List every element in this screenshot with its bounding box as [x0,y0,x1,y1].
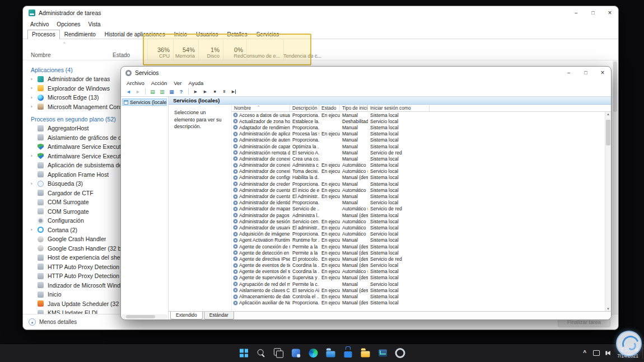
service-row[interactable]: Administrador de conexion... Toma decisi… [232,168,611,175]
toolbar-separator[interactable] [188,88,189,95]
tm-scrollbar-thumb[interactable] [613,62,617,112]
service-column-header[interactable]: Nombre [232,105,290,111]
view-tab[interactable]: Estándar [204,312,234,319]
toolbar-separator[interactable] [145,88,146,95]
hscrollbar-thumb[interactable] [126,315,155,318]
widgets-button[interactable] [289,346,304,360]
services-console-button[interactable] [393,346,408,360]
service-row[interactable]: Agente de supervisión en ti... Supervisa… [232,275,611,281]
service-row[interactable]: Adquisición de imágenes d... Proporciona… [232,231,611,237]
service-row[interactable]: Agente de eventos de tiempo Coordina la … [232,262,611,269]
resume-service-icon[interactable] [201,88,209,95]
start-service-icon[interactable] [192,88,200,95]
tm-menu-item[interactable]: Opciones [53,21,84,27]
store-button[interactable] [341,346,356,360]
service-row[interactable]: Administrador de pagos y ... Administra … [232,212,611,218]
services-vertical-scrollbar[interactable]: ▲ ▼ [605,112,611,311]
scroll-down-arrow-icon[interactable]: ▼ [606,307,610,311]
service-row[interactable]: Almacenamiento de datos ... Controla el … [232,293,611,299]
pause-service-icon[interactable] [220,88,228,95]
service-row[interactable]: Adaptador de rendimiento ... Proporciona… [232,124,611,130]
search-button[interactable] [254,346,269,360]
service-column-header[interactable]: Estado [319,105,340,111]
task-manager-titlebar[interactable]: Administrador de tareas [23,6,618,20]
column-header-status[interactable]: Estado [107,39,147,60]
close-button[interactable] [594,67,611,79]
service-row[interactable]: Administración de capas de... Optimiza l… [232,143,611,149]
service-row[interactable]: Administrador de cuentas d... El inicio … [232,187,611,193]
close-button[interactable] [601,6,618,20]
minimize-button[interactable] [561,67,577,79]
service-row[interactable]: Agrupación de red del mis... Permite la … [232,281,611,287]
vscrollbar-thumb[interactable] [606,120,610,145]
service-column-header[interactable]: Descripción [290,105,319,111]
service-row[interactable]: Aplicación auxiliar de NetBI... Proporci… [232,300,611,306]
tm-tab[interactable]: Rendimiento [60,30,100,39]
expand-chevron-icon[interactable]: › [31,227,38,232]
tm-menu-item[interactable]: Archivo [26,21,53,27]
export-list-icon[interactable] [148,88,157,95]
tm-vertical-scrollbar[interactable] [613,60,618,314]
service-row[interactable]: Administrador de conexion... Administra … [232,162,611,168]
view-tab[interactable]: Extendido [170,312,203,319]
expand-chevron-icon[interactable]: › [31,181,38,186]
service-row[interactable]: Administrador de configura... Habilita l… [232,175,611,181]
service-row[interactable]: Agent Activation Runtime_... Runtime for… [232,237,611,243]
service-row[interactable]: Agente de directiva IPsec El protocolo..… [232,256,611,262]
task-view-button[interactable] [272,346,286,360]
stop-service-icon[interactable] [211,88,219,95]
volume-icon[interactable] [604,349,612,357]
properties-icon[interactable] [167,88,176,95]
forward-icon[interactable] [134,88,142,95]
less-details-button[interactable]: Menos detalles [39,319,77,325]
expand-chevron-icon[interactable]: › [31,77,38,82]
service-row[interactable]: Agente de eventos del siste... Coordina … [232,269,611,275]
console-tree-icon[interactable] [158,88,166,95]
file-explorer-button[interactable] [324,346,338,360]
network-icon[interactable] [592,349,600,357]
services-titlebar[interactable]: Servicios [121,67,611,79]
folder-button[interactable] [358,346,373,360]
service-row[interactable]: Administrador de usuarios El administr..… [232,224,611,231]
start-button[interactable] [237,346,251,360]
service-row[interactable]: Administrador de credencia... Proporcion… [232,181,611,187]
service-row[interactable]: Administrador de mapas de... Servicio de… [232,206,611,212]
svc-menu-item[interactable]: Acción [148,80,171,86]
expand-chevron-icon[interactable]: › [31,95,38,100]
minimize-button[interactable] [568,6,585,20]
tm-menu-item[interactable]: Vista [85,21,105,27]
expand-chevron-icon[interactable]: › [31,104,38,109]
svc-menu-item[interactable]: Archivo [123,80,148,86]
service-row[interactable]: Administración remota de ... El servicio… [232,149,611,156]
service-row[interactable]: Administrador de sesión local Servicio c… [232,218,611,224]
maximize-button[interactable] [577,67,594,79]
service-row[interactable]: Administrador de cuentas ... El Administ… [232,193,611,199]
column-header-name[interactable]: ^ Nombre [23,39,107,60]
svc-menu-item[interactable]: Ayuda [185,80,207,86]
service-row[interactable]: Aislamiento de claves CNG El servicio Ai… [232,287,611,293]
service-row[interactable]: Administrador de identidad... Proporcion… [232,200,611,206]
scroll-up-arrow-icon[interactable]: ▲ [606,112,610,116]
service-row[interactable]: Administración de aplicacio... Procesa l… [232,131,611,137]
maximize-button[interactable] [585,6,601,20]
restart-service-icon[interactable] [230,88,238,95]
expand-chevron-icon[interactable]: › [31,86,38,91]
tree-item-services-local[interactable]: Servicios (locales) [122,98,167,106]
service-column-header[interactable]: Iniciar sesión como [368,105,430,111]
task-manager-button[interactable] [376,346,390,360]
tree-horizontal-scrollbar[interactable] [122,314,167,319]
expand-chevron-icon[interactable]: › [31,153,38,158]
service-row[interactable]: Administración de autentic... Proporcion… [232,137,611,143]
service-row[interactable]: Acceso a datos de usuarios... Proporcion… [232,112,611,118]
tray-chevron-up-icon[interactable] [581,349,589,357]
svc-menu-item[interactable]: Ver [170,80,185,86]
service-row[interactable]: Administrador de conexión... Crea una co… [232,156,611,162]
tm-tab[interactable]: Procesos [27,30,60,39]
help-icon[interactable] [177,88,185,95]
service-column-header[interactable]: Tipo de inicio [340,105,368,111]
service-row[interactable]: Agente de conexión de red Permite a la .… [232,243,611,250]
back-icon[interactable] [124,88,133,95]
edge-button[interactable] [306,346,321,360]
service-row[interactable]: Actualizador de zona horari... Establece… [232,118,611,124]
service-row[interactable]: Agente de detección en seg... Permite a … [232,250,611,256]
